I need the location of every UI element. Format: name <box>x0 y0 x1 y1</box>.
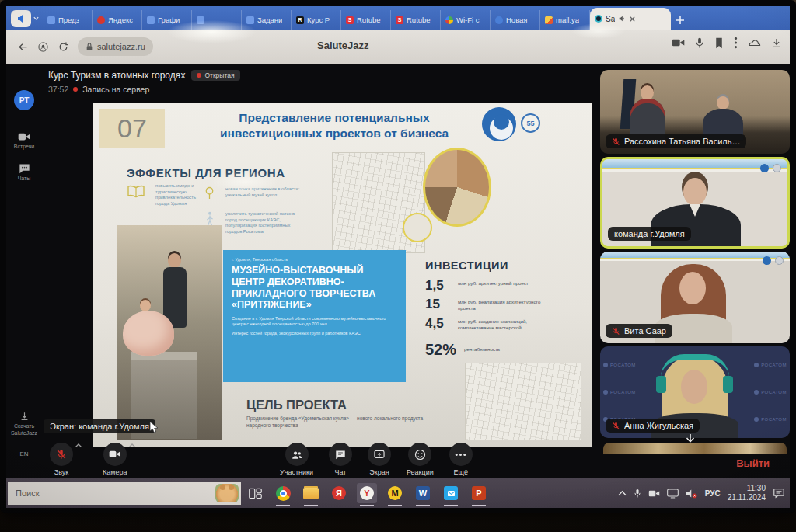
browser-tab-7[interactable]: SRutube <box>391 10 441 30</box>
bookmark-icon[interactable] <box>714 37 724 49</box>
tab-favicon <box>147 16 155 24</box>
more-button[interactable]: Ещё <box>449 443 473 476</box>
tray-volume-muted-icon[interactable] <box>686 489 698 499</box>
browser-tab-6[interactable]: SRutube <box>341 10 391 30</box>
effect-item-3: увеличить туристический поток в город по… <box>225 211 307 235</box>
doll-figure <box>168 253 181 268</box>
sound-button[interactable]: Звук <box>50 443 73 476</box>
badge-dot-icon <box>197 73 201 78</box>
mir-icon[interactable]: М <box>385 483 405 503</box>
tray-mic-icon[interactable] <box>634 489 641 499</box>
tray-camera-icon[interactable] <box>648 489 660 498</box>
project-desc-2: Интерес гостей города, экскурсионных гру… <box>232 331 391 336</box>
meeting-timer: 37:52 <box>48 85 68 94</box>
tab-favicon: S <box>346 16 354 24</box>
tab-favicon: S <box>396 16 403 24</box>
project-location: г. Удомля, Тверская область <box>232 257 397 262</box>
browser-tab-3[interactable] <box>192 10 242 30</box>
search-highlight-image <box>215 484 239 502</box>
participant-tile-4[interactable]: РОСАТОМРОСАТОМРОСАТОМ РОСАТОМРОСАТОМРОСА… <box>600 346 790 438</box>
tray-display-icon[interactable] <box>667 489 679 499</box>
browser-tab-bar: Предз Яндекс Графи Задани RКурс Р SRutub… <box>6 6 790 30</box>
lock-icon <box>86 42 93 51</box>
tab-favicon <box>47 16 55 24</box>
camera-button[interactable]: Камера <box>103 443 127 476</box>
meeting-title: Курс Туризм в атомных городах <box>48 70 185 81</box>
banner-backdrop <box>600 252 790 261</box>
tab-close-icon[interactable] <box>629 16 636 23</box>
yandex-icon[interactable]: Я <box>329 483 349 503</box>
salutejazz-app: РТ Встречи Чаты Скачать SaluteJazz EN Ку… <box>6 64 790 478</box>
mic-muted-icon <box>612 422 620 430</box>
headphones-cup <box>656 376 666 393</box>
word-icon[interactable]: W <box>413 483 433 503</box>
sidebar-item-meetings[interactable]: Встречи <box>6 132 42 149</box>
browser-tab-9[interactable]: Новая <box>491 10 540 30</box>
effect-item-2: новая точка притяжения в области: уникал… <box>225 186 303 198</box>
mail-app-icon[interactable] <box>441 483 461 503</box>
mouse-cursor <box>149 421 159 433</box>
download-icon[interactable] <box>771 37 782 49</box>
participant-tile-2-active-speaker[interactable]: команда г.Удомля <box>600 157 790 249</box>
browser-tab-0[interactable]: Предз <box>43 10 93 30</box>
taskbar-clock[interactable]: 11:30 21.11.2024 <box>728 484 766 503</box>
ellipsis-icon <box>455 453 466 457</box>
leave-button[interactable]: Выйти <box>736 457 770 469</box>
task-view-button[interactable] <box>245 483 265 503</box>
chevron-down-icon[interactable] <box>33 15 40 22</box>
tab-favicon <box>97 16 105 24</box>
screen-share-label: Экран: команда г.Удомля <box>44 419 155 433</box>
browser-tab-5[interactable]: RКурс Р <box>292 10 341 30</box>
project-desc-1: Создание в г. Удомля Тверской области со… <box>232 316 391 328</box>
user-avatar[interactable]: РТ <box>14 90 34 110</box>
chat-icon <box>335 450 346 460</box>
participants-column: Рассохина Татьяна Василь… команда г.Удом… <box>600 64 790 478</box>
kebab-menu-icon[interactable] <box>734 37 738 49</box>
participants-button[interactable]: Участники <box>280 443 313 476</box>
tab-audio-icon[interactable] <box>618 15 626 23</box>
taskbar-search[interactable]: Поиск <box>8 482 241 505</box>
photo-collage-circle-small <box>403 213 432 242</box>
profile-button[interactable] <box>33 37 53 57</box>
chevron-up-icon[interactable] <box>75 443 82 449</box>
participant-tile-3[interactable]: Вита Саар <box>600 252 790 343</box>
participants-icon <box>291 450 303 460</box>
powerpoint-icon[interactable]: P <box>469 483 489 503</box>
chrome-icon[interactable] <box>273 483 293 503</box>
chat-button[interactable]: Чат <box>329 443 352 476</box>
screen-share-button[interactable]: Экран <box>368 443 391 476</box>
yandex-browser-icon[interactable]: Y <box>357 483 377 503</box>
address-bar[interactable]: salutejazz.ru <box>78 37 153 56</box>
back-button[interactable] <box>12 37 33 57</box>
reactions-button[interactable]: Реакции <box>407 443 434 476</box>
new-tab-button[interactable] <box>676 16 685 25</box>
investments-block: ИНВЕСТИЦИИ 1,5 млн руб. архитектурный пр… <box>425 259 542 363</box>
file-explorer-icon[interactable] <box>301 483 321 503</box>
monitor-screen: Предз Яндекс Графи Задани RКурс Р SRutub… <box>0 0 796 513</box>
sidebar-item-download-app[interactable]: Скачать SaluteJazz <box>6 412 42 436</box>
photo-background: { "colors": { "tabbar_blue": "#3f6bbf", … <box>0 0 796 532</box>
videocam-icon <box>18 132 30 142</box>
url-field[interactable]: salutejazz.ru <box>97 42 145 51</box>
reload-button[interactable] <box>53 37 73 57</box>
camera-permission-icon[interactable] <box>672 37 685 48</box>
browser-menu-button[interactable] <box>11 10 31 27</box>
mic-permission-icon[interactable] <box>695 37 704 49</box>
extensions-icon[interactable] <box>748 37 761 48</box>
browser-tab-8[interactable]: Wi-Fi c <box>441 10 491 30</box>
sidebar-item-chats[interactable]: Чаты <box>6 163 42 181</box>
chevron-up-icon[interactable] <box>128 443 136 449</box>
browser-tab-1[interactable]: Яндекс <box>93 10 142 30</box>
participant-tile-1[interactable]: Рассохина Татьяна Василь… <box>600 70 790 154</box>
browser-tab-4[interactable]: Задани <box>242 10 292 30</box>
input-language-indicator[interactable]: РУС <box>705 489 721 498</box>
screen-share-icon <box>374 450 385 460</box>
browser-tab-active[interactable]: Sa <box>590 8 671 30</box>
scroll-more-participants-arrow[interactable] <box>684 433 696 443</box>
browser-tab-10[interactable]: mail.ya <box>540 10 590 30</box>
smiley-icon <box>414 449 426 461</box>
notification-center-icon[interactable] <box>773 488 785 499</box>
mic-muted-icon <box>612 327 620 336</box>
browser-tab-2[interactable]: Графи <box>142 10 192 30</box>
tray-expand-chevron[interactable] <box>618 490 627 496</box>
